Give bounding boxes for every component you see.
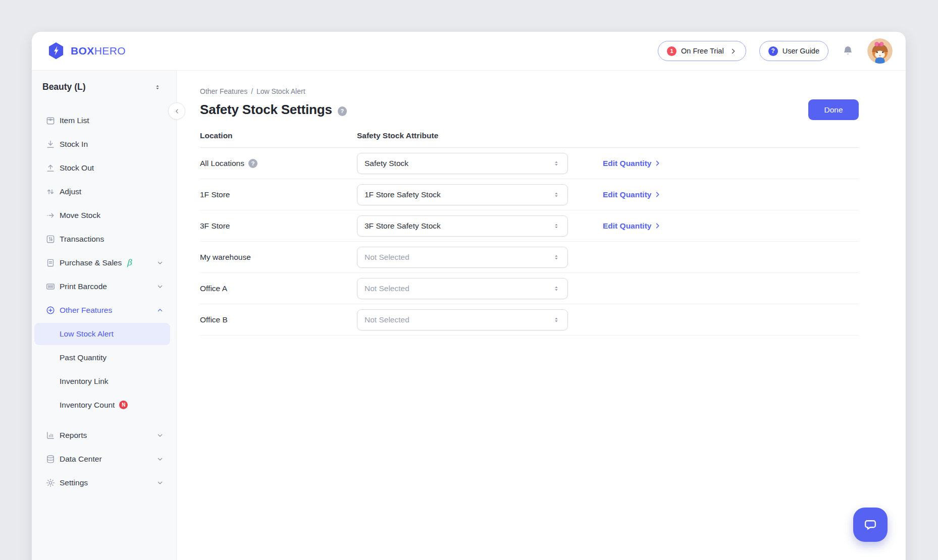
select-value: 3F Store Safety Stock	[364, 221, 441, 231]
reports-label: Reports	[60, 431, 87, 440]
location-row: All Locations ? Safety Stock Edit Quanti…	[200, 148, 859, 179]
sidebar-item-data-center[interactable]: Data Center	[32, 447, 176, 471]
sidebar-collapse-button[interactable]	[168, 102, 185, 120]
edit-quantity-link[interactable]: Edit Quantity	[603, 159, 661, 168]
location-label: Office B	[200, 315, 228, 324]
select-value: Not Selected	[364, 284, 409, 293]
sidebar-item-settings[interactable]: Settings	[32, 471, 176, 494]
sidebar-item-reports[interactable]: Reports	[32, 423, 176, 447]
sidebar-item-inventory-link[interactable]: Inventory Link	[32, 369, 176, 393]
settings-table-body: All Locations ? Safety Stock Edit Quanti…	[200, 148, 859, 335]
location-label: 1F Store	[200, 190, 230, 199]
select-value: Not Selected	[364, 315, 409, 324]
select-caret-icon	[552, 285, 560, 293]
sidebar-item-stock-out[interactable]: Stock Out	[32, 156, 176, 180]
breadcrumb: Other Features / Low Stock Alert	[200, 87, 859, 95]
breadcrumb-low-stock-alert[interactable]: Low Stock Alert	[256, 87, 305, 95]
select-value: Not Selected	[364, 253, 409, 262]
main-content: Other Features / Low Stock Alert Safety …	[177, 71, 906, 560]
safety-stock-select[interactable]: Safety Stock	[357, 153, 568, 174]
new-badge: N	[119, 401, 128, 409]
beta-badge: β	[127, 258, 132, 267]
location-label: Office A	[200, 284, 227, 293]
column-safety-stock-attribute: Safety Stock Attribute	[357, 131, 438, 140]
select-caret-icon	[552, 159, 560, 167]
top-bar: BOXHERO 1 On Free Trial ? User Guide	[32, 32, 906, 70]
safety-stock-select[interactable]: Not Selected	[357, 247, 568, 268]
location-row: 3F Store 3F Store Safety Stock Edit Quan…	[200, 210, 859, 242]
chevron-right-icon	[654, 222, 661, 230]
team-name: Beauty (L)	[42, 82, 86, 92]
edit-quantity-link[interactable]: Edit Quantity	[603, 190, 661, 199]
print-barcode-icon	[45, 282, 56, 292]
location-row: Office B Not Selected	[200, 304, 859, 335]
move-stock-label: Move Stock	[60, 211, 100, 220]
select-value: 1F Store Safety Stock	[364, 190, 441, 199]
title-row: Safety Stock Settings ? Done	[200, 99, 859, 120]
sidebar-item-adjust[interactable]: Adjust	[32, 180, 176, 203]
stock-out-icon	[45, 163, 56, 173]
sidebar: Beauty (L) Item List Stock In Stock Out …	[32, 71, 177, 560]
select-value: Safety Stock	[364, 159, 408, 168]
edit-quantity-link[interactable]: Edit Quantity	[603, 221, 661, 231]
chevron-icon	[156, 283, 164, 291]
sidebar-item-transactions[interactable]: Transactions	[32, 227, 176, 251]
edit-quantity-label: Edit Quantity	[603, 221, 651, 231]
safety-stock-select[interactable]: 1F Store Safety Stock	[357, 184, 568, 205]
notifications-bell-icon[interactable]	[842, 45, 854, 58]
edit-quantity-label: Edit Quantity	[603, 190, 651, 199]
chevron-icon	[156, 455, 164, 463]
user-guide-button[interactable]: ? User Guide	[759, 41, 828, 61]
item-list-label: Item List	[60, 116, 89, 125]
team-switch-updown-icon	[154, 83, 161, 91]
data-center-icon	[45, 454, 56, 464]
print-barcode-label: Print Barcode	[60, 282, 107, 291]
breadcrumb-separator: /	[251, 87, 253, 95]
sidebar-item-low-stock-alert[interactable]: Low Stock Alert	[34, 323, 170, 345]
chevron-right-icon	[654, 159, 661, 167]
inventory-link-label: Inventory Link	[60, 377, 109, 386]
breadcrumb-other-features[interactable]: Other Features	[200, 87, 247, 95]
user-avatar[interactable]	[867, 38, 893, 64]
done-button[interactable]: Done	[808, 99, 859, 120]
team-switcher[interactable]: Beauty (L)	[32, 71, 176, 92]
sidebar-item-move-stock[interactable]: Move Stock	[32, 203, 176, 227]
chevron-left-icon	[173, 107, 181, 115]
sidebar-nav: Item List Stock In Stock Out Adjust Move…	[32, 108, 176, 494]
chat-widget-button[interactable]	[853, 508, 888, 542]
sidebar-item-item-list[interactable]: Item List	[32, 108, 176, 132]
free-trial-button[interactable]: 1 On Free Trial	[658, 41, 746, 61]
sidebar-item-stock-in[interactable]: Stock In	[32, 132, 176, 156]
location-label: 3F Store	[200, 221, 230, 231]
adjust-icon	[45, 187, 56, 197]
sidebar-item-inventory-count[interactable]: Inventory Count N	[32, 393, 176, 417]
data-center-label: Data Center	[60, 455, 102, 464]
edit-quantity-label: Edit Quantity	[603, 159, 651, 168]
inventory-count-label: Inventory Count	[60, 401, 115, 410]
chat-bubble-icon	[863, 517, 878, 532]
low-stock-alert-label: Low Stock Alert	[60, 329, 114, 339]
sidebar-item-other-features[interactable]: Other Features	[32, 298, 176, 322]
location-help-icon[interactable]: ?	[248, 159, 257, 168]
boxhero-logo[interactable]: BOXHERO	[47, 41, 126, 61]
reports-icon	[45, 430, 56, 440]
column-location: Location	[200, 131, 357, 140]
safety-stock-select[interactable]: 3F Store Safety Stock	[357, 215, 568, 237]
select-caret-icon	[552, 316, 560, 324]
title-help-icon[interactable]: ?	[338, 106, 347, 116]
other-features-icon	[45, 305, 56, 315]
top-bar-actions: 1 On Free Trial ? User Guide	[658, 38, 893, 64]
chevron-icon	[156, 259, 164, 267]
safety-stock-select[interactable]: Not Selected	[357, 278, 568, 299]
safety-stock-select[interactable]: Not Selected	[357, 309, 568, 330]
location-label: My warehouse	[200, 253, 251, 262]
location-row: My warehouse Not Selected	[200, 242, 859, 273]
sidebar-item-past-quantity[interactable]: Past Quantity	[32, 346, 176, 369]
transactions-icon	[45, 234, 56, 244]
sidebar-item-print-barcode[interactable]: Print Barcode	[32, 274, 176, 298]
select-caret-icon	[552, 191, 560, 199]
sidebar-item-purchase-sales[interactable]: Purchase & Sales β	[32, 251, 176, 274]
location-row: 1F Store 1F Store Safety Stock Edit Quan…	[200, 179, 859, 210]
stock-in-icon	[45, 139, 56, 149]
user-guide-label: User Guide	[783, 47, 819, 55]
